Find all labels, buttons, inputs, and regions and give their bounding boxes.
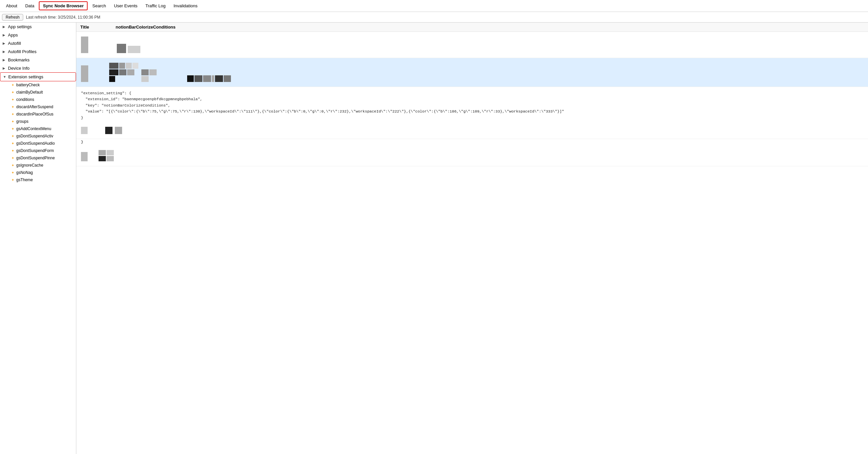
sidebar-group-autofill: ▶ Autofill <box>0 39 76 48</box>
star-icon: ✦ <box>11 171 14 175</box>
star-icon: ✦ <box>11 141 14 146</box>
sidebar-child-conditions[interactable]: ✦ conditions <box>9 96 76 103</box>
star-icon: ✦ <box>11 156 14 160</box>
sidebar-group-autofill-profiles: ▶ Autofill Profiles <box>0 48 76 56</box>
star-icon: ✦ <box>11 178 14 182</box>
data-row-2[interactable] <box>76 58 868 87</box>
sidebar: ▶ App settings ▶ Apps ▶ Autofill ▶ Autof… <box>0 23 76 454</box>
sidebar-child-gs-no-nag[interactable]: ✦ gsNoNag <box>9 169 76 176</box>
pixel-block <box>128 46 141 53</box>
nav-user-events[interactable]: User Events <box>111 2 141 10</box>
sidebar-item-autofill[interactable]: ▶ Autofill <box>0 39 76 48</box>
sidebar-label-extension-settings: Extension settings <box>8 74 43 79</box>
chevron-icon: ▶ <box>3 66 7 70</box>
nav-data[interactable]: Data <box>22 2 37 10</box>
sidebar-child-label: gsDontSuspendActiv <box>16 134 53 139</box>
sidebar-group-app-settings: ▶ App settings <box>0 23 76 31</box>
sidebar-child-discard-in-place[interactable]: ✦ discardInPlaceOfSus <box>9 111 76 118</box>
sidebar-item-device-info[interactable]: ▶ Device Info <box>0 64 76 72</box>
data-row-3[interactable] <box>76 122 868 139</box>
sidebar-child-label: claimByDefault <box>16 90 43 95</box>
sidebar-child-gs-dont-suspend-audio[interactable]: ✦ gsDontSuspendAudio <box>9 140 76 147</box>
star-icon: ✦ <box>11 97 14 102</box>
sidebar-child-label: conditions <box>16 97 34 102</box>
sidebar-group-extension-settings: ▼ Extension settings ✦ batteryCheck ✦ cl… <box>0 72 76 184</box>
sidebar-item-extension-settings[interactable]: ▼ Extension settings <box>0 72 76 81</box>
sidebar-group-apps: ▶ Apps <box>0 31 76 39</box>
nav-invalidations[interactable]: Invalidations <box>170 2 201 10</box>
nav-traffic-log[interactable]: Traffic Log <box>142 2 169 10</box>
data-row-1[interactable] <box>76 32 868 58</box>
sidebar-label-apps: Apps <box>8 32 18 37</box>
sidebar-child-gs-add-context-menu[interactable]: ✦ gsAddContextMenu <box>9 125 76 132</box>
pixel-row-1 <box>81 36 863 53</box>
sidebar-label-autofill: Autofill <box>8 41 21 46</box>
toolbar: Refresh Last refresh time: 3/25/2024, 11… <box>0 12 868 23</box>
data-row-4[interactable] <box>76 145 868 166</box>
star-icon: ✦ <box>11 119 14 124</box>
star-icon: ✦ <box>11 127 14 131</box>
sidebar-children-extension-settings: ✦ batteryCheck ✦ claimByDefault ✦ condit… <box>0 81 76 184</box>
nav-about[interactable]: About <box>3 2 21 10</box>
pixel-block <box>81 127 88 134</box>
sidebar-child-label: gsDontSuspendPinne <box>16 156 55 160</box>
top-nav: About Data Sync Node Browser Search User… <box>0 0 868 12</box>
sidebar-child-label: gsDontSuspendAudio <box>16 141 55 146</box>
star-icon: ✦ <box>11 134 14 139</box>
sidebar-label-bookmarks: Bookmarks <box>8 57 30 62</box>
sidebar-child-gs-dont-suspend-form[interactable]: ✦ gsDontSuspendForm <box>9 147 76 154</box>
star-icon: ✦ <box>11 90 14 95</box>
star-icon: ✦ <box>11 163 14 168</box>
chevron-icon: ▶ <box>3 41 7 45</box>
sidebar-child-battery-check[interactable]: ✦ batteryCheck <box>9 81 76 89</box>
star-icon: ✦ <box>11 112 14 117</box>
nav-search[interactable]: Search <box>89 2 109 10</box>
sidebar-child-gs-dont-suspend-pinne[interactable]: ✦ gsDontSuspendPinne <box>9 154 76 162</box>
pixel-block <box>81 65 88 82</box>
sidebar-item-bookmarks[interactable]: ▶ Bookmarks <box>0 56 76 64</box>
sidebar-item-app-settings[interactable]: ▶ App settings <box>0 23 76 31</box>
json-closing-brace: } <box>76 139 868 145</box>
pixel-block <box>117 44 126 53</box>
chevron-down-icon: ▼ <box>3 75 7 79</box>
sidebar-child-label: gsDontSuspendForm <box>16 148 54 153</box>
pixel-row-4 <box>81 150 863 161</box>
pixel-block <box>81 152 88 161</box>
sidebar-child-label: discardInPlaceOfSus <box>16 112 54 117</box>
pixel-row-3 <box>81 127 863 134</box>
sidebar-item-apps[interactable]: ▶ Apps <box>0 31 76 39</box>
chevron-icon: ▶ <box>3 58 7 62</box>
json-text-section: "extension_setting": { "extension_id": "… <box>76 87 868 122</box>
chevron-icon: ▶ <box>3 50 7 54</box>
chevron-icon: ▶ <box>3 33 7 37</box>
pixel-row-2 <box>81 63 863 82</box>
sidebar-child-label: discardAfterSuspend <box>16 104 53 109</box>
sidebar-child-groups[interactable]: ✦ groups <box>9 118 76 125</box>
sidebar-child-label: gsNoNag <box>16 170 33 175</box>
sidebar-label-device-info: Device Info <box>8 66 30 71</box>
col-value: notionBarColorizeConditions <box>116 25 176 30</box>
content-header-row: Title notionBarColorizeConditions <box>76 23 868 32</box>
col-title: Title <box>80 25 89 30</box>
sidebar-group-bookmarks: ▶ Bookmarks <box>0 56 76 64</box>
nav-sync-node-browser[interactable]: Sync Node Browser <box>39 1 88 10</box>
pixel-block <box>115 127 122 134</box>
chevron-icon: ▶ <box>3 25 7 29</box>
sidebar-child-label: gsIgnoreCache <box>16 163 43 168</box>
sidebar-child-gs-theme[interactable]: ✦ gsTheme <box>9 176 76 184</box>
sidebar-label-autofill-profiles: Autofill Profiles <box>8 49 36 54</box>
star-icon: ✦ <box>11 105 14 109</box>
last-refresh-text: Last refresh time: 3/25/2024, 11:00:36 P… <box>26 15 100 20</box>
sidebar-child-gs-dont-suspend-activ[interactable]: ✦ gsDontSuspendActiv <box>9 132 76 140</box>
sidebar-child-gs-ignore-cache[interactable]: ✦ gsIgnoreCache <box>9 162 76 169</box>
sidebar-child-label: gsAddContextMenu <box>16 126 51 131</box>
sidebar-item-autofill-profiles[interactable]: ▶ Autofill Profiles <box>0 48 76 56</box>
main-layout: ▶ App settings ▶ Apps ▶ Autofill ▶ Autof… <box>0 23 868 454</box>
content-area: Title notionBarColorizeConditions <box>76 23 868 454</box>
sidebar-child-claim-by-default[interactable]: ✦ claimByDefault <box>9 89 76 96</box>
pixel-block <box>105 127 113 134</box>
sidebar-child-discard-after-suspend[interactable]: ✦ discardAfterSuspend <box>9 103 76 111</box>
sidebar-child-label: batteryCheck <box>16 83 40 87</box>
refresh-button[interactable]: Refresh <box>2 14 23 21</box>
sidebar-child-label: gsTheme <box>16 178 33 182</box>
